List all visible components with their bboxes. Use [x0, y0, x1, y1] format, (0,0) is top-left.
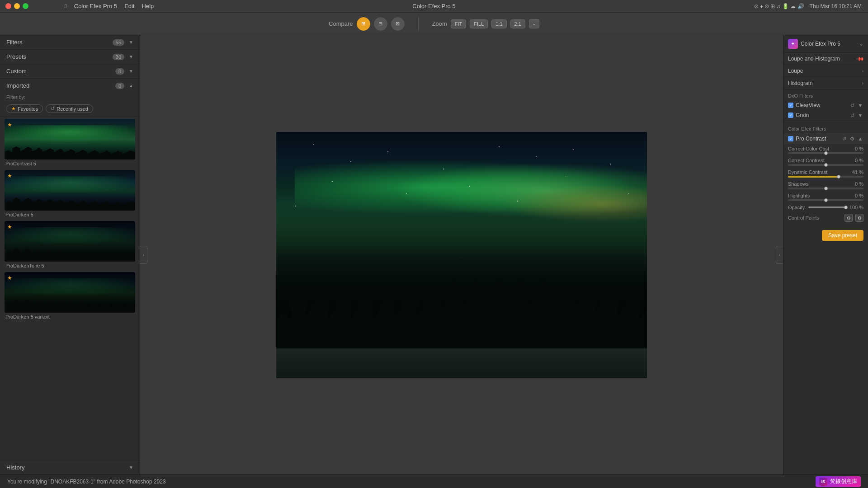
pro-contrast-settings-icon[interactable]: ⚙ — [849, 136, 855, 142]
imported-chevron-up-icon: ▲ — [129, 83, 133, 88]
correct-color-cast-label-row: Correct Color Cast 0 % — [788, 146, 863, 151]
zoom-fit[interactable]: FIT — [451, 19, 467, 28]
clearview-checkbox[interactable] — [788, 103, 793, 108]
zoom-chevron[interactable]: ⌄ — [529, 19, 539, 28]
shadows-thumb[interactable] — [824, 187, 828, 190]
aurora-glow-2 — [5, 227, 135, 244]
pro-contrast-reset-icon[interactable]: ↺ — [841, 136, 847, 142]
preset-label-3: ProDarken 5 variant — [5, 313, 135, 320]
pill-favorites[interactable]: ★ Favorites — [6, 104, 43, 113]
pill-recently-used[interactable]: ↺ Recently used — [46, 104, 93, 113]
menu-app[interactable]: Color Efex Pro 5 — [74, 3, 117, 9]
clearview-chevron-icon[interactable]: ▼ — [857, 102, 863, 108]
title-bar:  Color Efex Pro 5 Edit Help Color Efex … — [0, 0, 868, 13]
preset-item-3[interactable]: ★ ProDarken 5 variant — [5, 272, 135, 320]
custom-header[interactable]: Custom 0 ▼ — [0, 64, 140, 78]
traffic-lights — [5, 3, 28, 9]
save-preset-button[interactable]: Save preset — [822, 230, 863, 241]
apple-menu[interactable]:  — [65, 3, 67, 9]
custom-count: 0 — [115, 68, 124, 75]
grain-checkbox[interactable] — [788, 113, 793, 118]
preset-item-0[interactable]: ★ ProContrast 5 — [5, 119, 135, 167]
aurora-glow-1 — [5, 176, 135, 192]
loupe-histogram-section: Loupe and Histogram 📌 — [783, 53, 868, 65]
slider-shadows: Shadows 0 % — [783, 179, 868, 191]
right-panel: ✦ Color Efex Pro 5 ⌄ Loupe and Histogram… — [783, 35, 868, 474]
pin-icon[interactable]: 📌 — [855, 54, 865, 64]
imported-count: 0 — [115, 83, 124, 89]
compare-label: Compare — [329, 20, 353, 27]
cp-settings-icon[interactable]: ⚙ — [855, 214, 863, 222]
pill-recently-used-label: Recently used — [57, 106, 88, 112]
preset-item-1[interactable]: ★ ProDarken 5 — [5, 170, 135, 218]
opacity-track[interactable] — [808, 206, 846, 208]
opacity-thumb[interactable] — [844, 206, 848, 209]
filters-header[interactable]: Filters 55 ▼ — [0, 35, 140, 49]
grain-refresh-icon[interactable]: ↺ — [849, 112, 855, 118]
history-header[interactable]: History ▼ — [0, 460, 140, 474]
toolbar-divider — [418, 17, 419, 31]
preset-star-0: ★ — [7, 122, 12, 128]
left-panel-collapse-btn[interactable]: › — [140, 246, 147, 264]
highlights-track[interactable] — [788, 199, 863, 201]
pill-favorites-label: Favorites — [18, 106, 38, 112]
right-panel-collapse-btn[interactable]: ‹ — [776, 246, 783, 264]
expand-icon[interactable]: ⌄ — [859, 41, 863, 47]
toolbar: Compare ⊞ ⊟ ⊠ Zoom FIT FILL 1:1 2:1 ⌄ — [0, 13, 868, 35]
imported-section: Imported 0 ▲ Filter by: ★ Favorites ↺ Re… — [0, 79, 140, 117]
brand-badge: IS 梵摄创意库 — [816, 476, 861, 487]
histogram-header[interactable]: Histogram › — [783, 77, 868, 89]
imported-header[interactable]: Imported 0 ▲ — [0, 79, 140, 93]
zoom-fill[interactable]: FILL — [470, 19, 488, 28]
highlights-label-row: Highlights 0 % — [788, 193, 863, 198]
filter-pills: ★ Favorites ↺ Recently used — [0, 103, 140, 117]
dynamic-contrast-thumb[interactable] — [837, 175, 840, 178]
custom-chevron-icon: ▼ — [129, 69, 133, 74]
correct-color-cast-track[interactable] — [788, 152, 863, 154]
dynamic-contrast-label-row: Dynamic Contrast 41 % — [788, 169, 863, 175]
shadows-track[interactable] — [788, 188, 863, 189]
pro-contrast-chevron-up-icon[interactable]: ▲ — [857, 136, 863, 142]
compare-btn-split[interactable]: ⊞ — [357, 17, 370, 31]
presets-chevron-icon: ▼ — [129, 54, 133, 59]
clearview-refresh-icon[interactable]: ↺ — [849, 102, 855, 108]
compare-btn-both[interactable]: ⊠ — [391, 17, 405, 31]
loupe-histogram-header[interactable]: Loupe and Histogram 📌 — [783, 53, 868, 65]
dxo-filters-label: DxO Filters — [783, 91, 868, 100]
cef-pro-badge-row: ✦ Color Efex Pro 5 — [788, 39, 859, 49]
imported-label: Imported — [6, 82, 29, 89]
shadows-label: Shadows — [788, 181, 808, 187]
menu-help[interactable]: Help — [142, 3, 154, 9]
correct-contrast-thumb[interactable] — [824, 163, 828, 167]
slider-correct-contrast: Correct Contrast 0 % — [783, 156, 868, 168]
loupe-header[interactable]: Loupe › — [783, 65, 868, 77]
pro-contrast-checkbox[interactable] — [788, 136, 793, 141]
compare-btn-side[interactable]: ⊟ — [374, 17, 387, 31]
zoom-1to1[interactable]: 1:1 — [491, 19, 506, 28]
correct-color-cast-thumb[interactable] — [824, 151, 828, 155]
cp-icons: ⚙ ⚙ — [844, 214, 863, 222]
preset-item-2[interactable]: ★ ProDarkenTone 5 — [5, 221, 135, 269]
minimize-button[interactable] — [14, 3, 20, 9]
opacity-slider-wrap — [808, 206, 846, 208]
menu-edit[interactable]: Edit — [124, 3, 134, 9]
history-section: History ▼ — [0, 460, 140, 474]
dynamic-contrast-track[interactable] — [788, 176, 863, 178]
preset-thumb-2: ★ — [5, 221, 135, 262]
history-chevron-icon: ▼ — [129, 465, 133, 470]
correct-contrast-track[interactable] — [788, 164, 863, 166]
dynamic-contrast-value: 41 % — [852, 169, 863, 175]
status-right: IS 梵摄创意库 — [816, 476, 861, 487]
zoom-2to1[interactable]: 2:1 — [510, 19, 525, 28]
histogram-label: Histogram — [788, 80, 813, 86]
dynamic-contrast-label: Dynamic Contrast — [788, 169, 827, 175]
highlights-thumb[interactable] — [824, 198, 828, 202]
maximize-button[interactable] — [23, 3, 28, 9]
filter-by-label: Filter by: — [0, 93, 140, 103]
pro-contrast-name: Pro Contrast — [796, 136, 826, 142]
cp-add-icon[interactable]: ⚙ — [844, 214, 853, 222]
grain-chevron-icon[interactable]: ▼ — [857, 112, 863, 118]
close-button[interactable] — [5, 3, 11, 9]
cef-section: Color Efex Filters Pro Contrast ↺ ⚙ ▲ — [783, 122, 868, 225]
presets-header[interactable]: Presets 30 ▼ — [0, 50, 140, 64]
